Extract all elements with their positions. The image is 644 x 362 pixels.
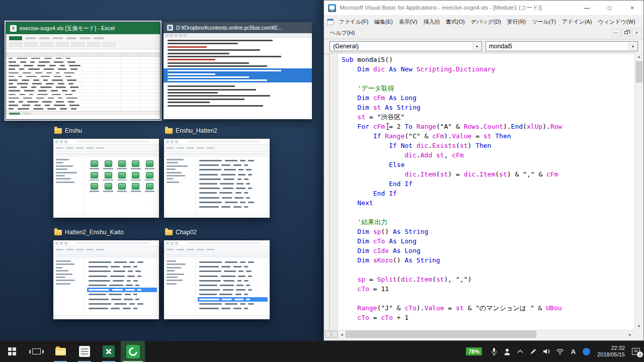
horizontal-scrollbar-thumb[interactable] [346,331,536,338]
scroll-right-arrow-icon[interactable]: ► [626,333,634,336]
dropdown-arrow-icon[interactable]: ▼ [628,42,637,50]
maximize-button[interactable]: □ [598,1,621,15]
editor-text-area [164,38,312,119]
explorer-file-grid [85,157,159,214]
notification-badge: 1 [637,351,643,357]
battery-indicator[interactable]: 78% [466,347,482,355]
menu-tools[interactable]: ツール(T) [529,17,559,27]
excel-thumbnail-titlebar: X execise-sogo4.xls [互換モード] - Excel [6,22,160,34]
vbe-window: Microsoft Visual Basic for Applications … [324,0,644,341]
menu-addins[interactable]: アドイン(A) [559,17,595,27]
thumbnail-label-chap02: Chap02 [165,229,197,236]
microphone-icon[interactable] [491,347,498,355]
excel-icon [103,345,115,357]
module-window-icon [327,19,334,25]
excel-column-headers [6,53,160,57]
menu-edit[interactable]: 編集(E) [371,17,396,27]
speaker-icon[interactable] [543,348,550,354]
vbe-app-icon [328,4,336,12]
window-thumbnail-excel[interactable]: X execise-sogo4.xls [互換モード] - Excel [6,22,160,119]
mdi-minimize-button[interactable]: — [611,29,620,37]
task-view-icon [32,348,41,354]
scrollbar-corner [634,330,643,338]
clock-time: 22:32 [597,345,625,351]
menu-help[interactable]: ヘルプ(H) [327,28,358,38]
code-text: Sub mondai5() Dim dic As New Scripting.D… [342,55,634,322]
explorer-file-list [85,258,159,315]
windows-ink-pen-icon[interactable] [530,348,537,355]
scroll-down-arrow-icon[interactable]: ▼ [635,322,643,330]
folder-icon [54,230,62,235]
people-icon[interactable] [504,348,511,355]
taskbar: 78% A 22:32 2018/05/15 [0,341,644,362]
folder-icon [54,128,62,134]
editor-selected-text [164,68,312,82]
task-view-button[interactable] [24,341,48,362]
desktop: X execise-sogo4.xls [互換モード] - Excel D:¥D… [0,0,644,362]
window-thumbnail-enshu[interactable] [53,139,159,218]
scroll-left-arrow-icon[interactable]: ◄ [338,333,346,336]
object-dropdown[interactable]: (General) ▼ [330,41,482,51]
object-dropdown-value: (General) [333,43,359,50]
editor-toolbar [164,33,312,38]
full-module-view-button[interactable] [332,331,338,338]
procedure-view-button[interactable] [325,331,331,338]
vbe-window-title: Microsoft Visual Basic for Applications … [336,4,576,12]
excel-sheet-tabs [6,111,160,115]
mdi-close-button[interactable]: × [632,29,641,37]
menu-format[interactable]: 書式(O) [443,17,468,27]
procedure-dropdown-value: mondai5 [489,43,512,50]
excel-sheet-grid [6,57,160,111]
close-button[interactable]: × [621,1,643,15]
folder-icon [165,128,173,134]
vbe-menubar: ファイル(F) 編集(E) 表示(V) 挿入(I) 書式(O) デバッグ(D) … [324,16,643,39]
vbe-titlebar: Microsoft Visual Basic for Applications … [324,1,643,16]
excel-file-icon: X [10,25,17,32]
window-thumbnail-enshu-hatten2[interactable] [164,139,270,218]
code-editor[interactable]: Sub mondai5() Dim dic As New Scripting.D… [329,53,634,330]
menu-window[interactable]: ウィンドウ(W) [595,17,638,27]
thumbnail-label-enshu: Enshu [54,127,82,134]
window-thumbnail-hatten2-enshu-kaito[interactable] [53,240,159,319]
explorer-nav-pane [53,157,85,214]
explorer-nav-pane [164,258,196,315]
excel-ribbon [6,34,160,49]
margin-indicator-bar[interactable] [330,53,338,330]
window-thumbnail-chap02[interactable] [164,240,270,319]
taskbar-excel-button[interactable] [97,341,121,362]
explorer-file-list [196,157,270,214]
start-button[interactable] [0,341,24,362]
taskbar-explorer-button[interactable] [48,341,72,362]
horizontal-scrollbar[interactable]: ◄ ► [325,330,634,338]
vertical-scrollbar[interactable]: ▲ ▼ [634,53,643,330]
taskbar-clock[interactable]: 22:32 2018/05/15 [597,345,625,358]
menu-insert[interactable]: 挿入(I) [420,17,442,27]
dropdown-arrow-icon[interactable]: ▼ [472,42,481,50]
excel-formula-bar [6,49,160,53]
menu-file[interactable]: ファイル(F) [336,17,371,27]
procedure-dropdown[interactable]: mondai5 ▼ [486,41,638,51]
window-thumbnail-editor[interactable]: D:¥Dropbox¥contents.online.pc5bai.com¥E.… [164,22,312,119]
action-center-icon[interactable]: 1 [632,348,640,355]
folder-icon [165,230,173,235]
network-icon[interactable] [556,348,564,354]
text-editor-icon [79,346,90,357]
file-explorer-icon [55,348,66,355]
scroll-up-arrow-icon[interactable]: ▲ [635,53,643,60]
ime-mode-indicator[interactable]: A [570,348,577,355]
text-cursor [387,123,388,130]
vbe-combo-row: (General) ▼ mondai5 ▼ [324,39,643,54]
menu-run[interactable]: 実行(R) [504,17,529,27]
taskbar-editor-button[interactable] [72,341,97,362]
excel-window-title: execise-sogo4.xls [互換モード] - Excel [20,25,115,32]
mdi-restore-button[interactable] [621,29,631,37]
minimize-button[interactable]: — [576,1,598,15]
c-app-icon [126,345,140,358]
vertical-scrollbar-thumb[interactable] [636,61,642,82]
taskbar-c-app-button[interactable] [121,341,145,362]
chevron-up-icon[interactable] [517,349,524,353]
menu-view[interactable]: 表示(V) [396,17,421,27]
thumbnail-label-enshu-hatten2: Enshu_Hatten2 [165,127,217,134]
blue-app-icon[interactable] [583,348,590,355]
menu-debug[interactable]: デバッグ(D) [468,17,504,27]
